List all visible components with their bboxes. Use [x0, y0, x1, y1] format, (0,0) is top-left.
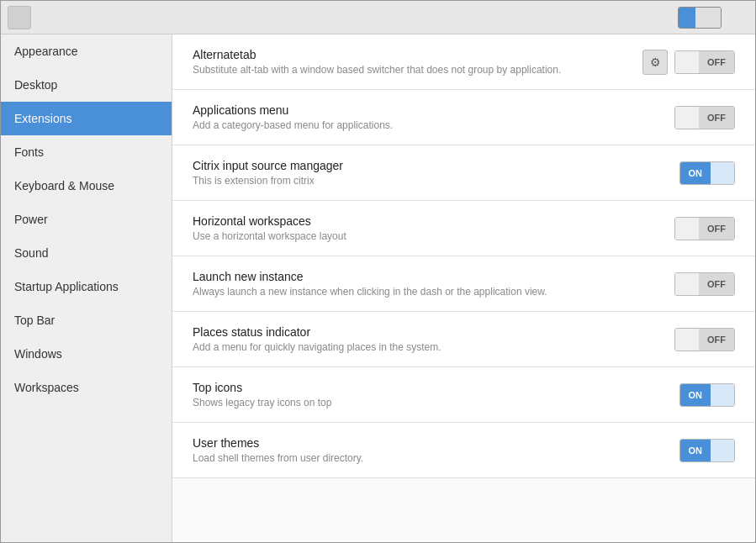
sidebar: AppearanceDesktopExtensionsFontsKeyboard…	[1, 34, 172, 542]
toggle-on-label[interactable]: ON	[680, 440, 711, 461]
extension-desc: Always launch a new instance when clicki…	[193, 286, 674, 298]
extension-item: Applications menuAdd a category-based me…	[172, 90, 755, 145]
extension-controls: OFF	[674, 328, 735, 351]
extension-toggle[interactable]: ON	[679, 383, 736, 407]
extension-info: Launch new instanceAlways launch a new i…	[193, 270, 674, 298]
sidebar-item-power[interactable]: Power	[1, 203, 172, 236]
sidebar-item-desktop[interactable]: Desktop	[1, 68, 172, 102]
extension-controls: ON	[679, 439, 736, 462]
sidebar-item-keyboard-mouse[interactable]: Keyboard & Mouse	[1, 169, 172, 203]
extension-name: Applications menu	[193, 103, 674, 117]
extension-toggle[interactable]: ON	[679, 439, 736, 462]
toggle-off-label[interactable]: OFF	[699, 107, 734, 129]
extensions-panel: AlternatetabSubstitute alt-tab with a wi…	[172, 34, 755, 542]
extension-toggle[interactable]: OFF	[674, 328, 735, 351]
toggle-blank[interactable]	[711, 162, 734, 184]
extension-name: Citrix input source mangager	[193, 159, 679, 172]
global-toggle-off-part[interactable]	[695, 8, 721, 28]
sidebar-item-sound[interactable]: Sound	[1, 236, 172, 270]
extension-info: Horizontal workspacesUse a horizontal wo…	[193, 214, 674, 242]
extension-item: Citrix input source mangagerThis is exte…	[172, 145, 755, 201]
toggle-blank[interactable]	[711, 440, 734, 461]
extension-name: Launch new instance	[193, 270, 674, 283]
toggle-off-label[interactable]: OFF	[699, 329, 734, 351]
toggle-blank[interactable]	[675, 107, 699, 129]
titlebar	[1, 1, 755, 34]
search-button[interactable]	[8, 6, 31, 29]
content-area: AppearanceDesktopExtensionsFontsKeyboard…	[1, 34, 755, 542]
extension-controls: ⚙OFF	[642, 50, 735, 75]
toggle-on-label[interactable]: ON	[680, 162, 711, 184]
extension-name: User themes	[193, 436, 679, 450]
extension-item: User themesLoad shell themes from user d…	[172, 423, 755, 478]
toggle-on-label[interactable]: ON	[680, 384, 711, 406]
main-window: AppearanceDesktopExtensionsFontsKeyboard…	[0, 0, 756, 543]
extension-desc: Add a menu for quickly navigating places…	[193, 341, 674, 353]
extension-item: Top iconsShows legacy tray icons on topO…	[172, 367, 755, 423]
global-toggle-on[interactable]	[679, 8, 695, 28]
global-toggle-switch[interactable]	[678, 7, 722, 29]
extension-toggle[interactable]: OFF	[674, 106, 735, 129]
extension-info: Places status indicatorAdd a menu for qu…	[193, 325, 674, 353]
sidebar-item-windows[interactable]: Windows	[1, 337, 172, 371]
sidebar-item-fonts[interactable]: Fonts	[1, 135, 172, 169]
extension-toggle[interactable]: OFF	[674, 50, 735, 74]
sidebar-item-appearance[interactable]: Appearance	[1, 34, 172, 68]
extension-controls: ON	[679, 383, 736, 407]
extension-desc: Shows legacy tray icons on top	[193, 397, 679, 409]
extension-info: AlternatetabSubstitute alt-tab with a wi…	[193, 48, 642, 76]
extension-name: Horizontal workspaces	[193, 214, 674, 228]
sidebar-item-extensions[interactable]: Extensions	[1, 102, 172, 135]
extension-desc: This is extension from citrix	[193, 175, 679, 187]
toggle-off-label[interactable]: OFF	[699, 218, 734, 240]
global-toggle[interactable]	[678, 7, 722, 29]
extension-desc: Add a category-based menu for applicatio…	[193, 119, 674, 131]
extension-toggle[interactable]: OFF	[674, 272, 735, 296]
extension-info: Applications menuAdd a category-based me…	[193, 103, 674, 131]
sidebar-item-startup[interactable]: Startup Applications	[1, 270, 172, 303]
sidebar-item-topbar[interactable]: Top Bar	[1, 303, 172, 337]
extension-controls: OFF	[674, 106, 735, 129]
extension-name: Alternatetab	[193, 48, 642, 61]
extension-info: User themesLoad shell themes from user d…	[193, 436, 679, 464]
close-button[interactable]	[732, 9, 748, 26]
extension-item: Horizontal workspacesUse a horizontal wo…	[172, 201, 755, 256]
extension-name: Top icons	[193, 381, 679, 394]
extension-info: Top iconsShows legacy tray icons on top	[193, 381, 679, 409]
extension-item: Launch new instanceAlways launch a new i…	[172, 256, 755, 312]
gear-icon[interactable]: ⚙	[642, 50, 668, 75]
toggle-blank[interactable]	[675, 329, 699, 351]
toggle-blank[interactable]	[675, 51, 699, 73]
extension-controls: OFF	[674, 217, 735, 240]
toggle-blank[interactable]	[675, 273, 699, 295]
toggle-off-label[interactable]: OFF	[699, 51, 734, 73]
toggle-blank[interactable]	[711, 384, 734, 406]
extension-item: Places status indicatorAdd a menu for qu…	[172, 312, 755, 367]
extension-item: AlternatetabSubstitute alt-tab with a wi…	[172, 34, 755, 90]
toggle-off-label[interactable]: OFF	[699, 273, 734, 295]
toggle-blank[interactable]	[675, 218, 699, 240]
sidebar-item-workspaces[interactable]: Workspaces	[1, 371, 172, 404]
extension-toggle[interactable]: ON	[679, 161, 736, 185]
extension-toggle[interactable]: OFF	[674, 217, 735, 240]
extension-desc: Load shell themes from user directory.	[193, 452, 679, 464]
extension-name: Places status indicator	[193, 325, 674, 339]
extension-controls: ON	[679, 161, 736, 185]
extension-info: Citrix input source mangagerThis is exte…	[193, 159, 679, 187]
extension-desc: Substitute alt-tab with a window based s…	[193, 64, 642, 76]
extension-desc: Use a horizontal workspace layout	[193, 230, 674, 242]
extension-controls: OFF	[674, 272, 735, 296]
